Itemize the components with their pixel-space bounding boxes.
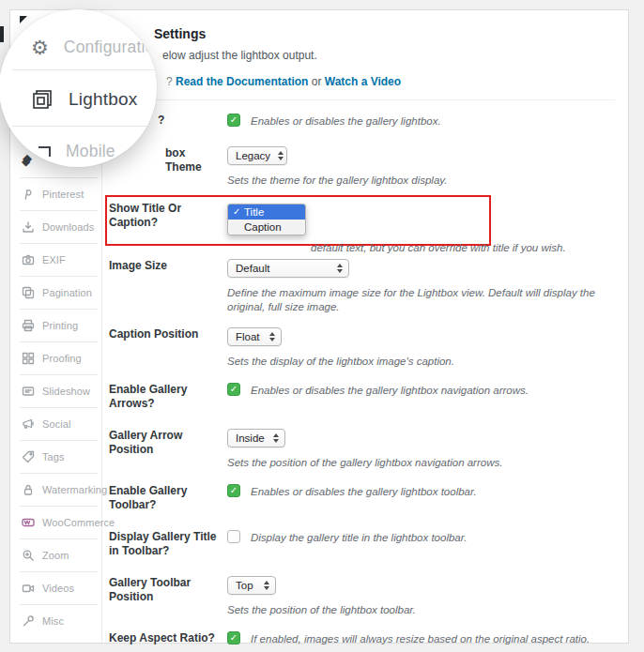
dropdown-option-label: Caption (244, 221, 282, 233)
sidebar-item-misc[interactable]: Misc (10, 604, 101, 637)
lightbox-theme-select[interactable]: Legacy (227, 146, 287, 165)
header-divider (109, 99, 615, 100)
setting-row-image-size: Image Size Default Define the maximum im… (109, 259, 615, 314)
or-text: or (312, 75, 322, 88)
gallery-arrow-position-select[interactable]: Inside (227, 429, 285, 447)
title-or-caption-open-dropdown: ✓ Title ✓ Caption (227, 204, 306, 235)
display-gallery-title-checkbox[interactable] (227, 530, 240, 543)
wrench-icon (22, 614, 35, 628)
corner-fragment (20, 16, 27, 23)
woocommerce-icon (22, 516, 35, 529)
setting-label: box Theme (109, 146, 227, 174)
page-title: Settings (154, 26, 615, 41)
setting-label: Gallery Arrow Position (109, 429, 227, 457)
sidebar-item-social[interactable]: Social (10, 407, 101, 440)
sidebar-item-label: Watermarking (42, 484, 107, 495)
select-stepper-icon (337, 264, 343, 273)
setting-label: Show Title Or Caption? (109, 202, 227, 230)
watch-video-link[interactable]: Watch a Video (325, 75, 401, 88)
sidebar-item-watermarking[interactable]: Watermarking (10, 473, 101, 506)
sidebar-item-printing[interactable]: Printing (10, 309, 101, 341)
dropdown-option-caption[interactable]: ✓ Caption (228, 220, 305, 235)
sidebar-item-label: EXIF (42, 254, 66, 265)
select-value: Inside (236, 432, 265, 444)
download-icon (22, 220, 35, 234)
image-size-select[interactable]: Default (227, 259, 349, 278)
sidebar-item-label: Misc (42, 615, 64, 627)
sidebar-item-slideshow[interactable]: Slideshow (10, 374, 101, 407)
select-stepper-icon (278, 151, 284, 160)
setting-label: Enable Gallery Arrows? (109, 383, 227, 411)
sidebar-item-pagination[interactable]: Pagination (10, 276, 101, 309)
sidebar-item-label: Pagination (42, 287, 92, 298)
setting-row-lightbox-theme: box Theme Legacy Sets the theme for the … (109, 146, 615, 188)
sidebar-item-exif[interactable]: EXIF (10, 243, 101, 276)
setting-row-gallery-arrow-position: Gallery Arrow Position Inside Sets the p… (109, 429, 615, 470)
enable-lightbox-checkbox[interactable]: ✓ (227, 114, 240, 127)
sidebar-item-proofing[interactable]: Proofing (10, 341, 101, 374)
setting-label: Keep Aspect Ratio? (109, 631, 227, 645)
mobile-icon (38, 146, 51, 157)
pinterest-icon (22, 188, 35, 201)
sidebar-item-videos[interactable]: Videos (10, 571, 101, 604)
sidebar-item-downloads[interactable]: Downloads (10, 210, 101, 243)
check-icon: ✓ (233, 206, 244, 217)
sidebar-item-zoom[interactable]: Zoom (10, 538, 101, 571)
magnified-tab-configuration[interactable]: ⚙ Configuration (0, 30, 157, 64)
admin-menu-fragment (0, 26, 4, 42)
setting-label: Display Gallery Title in Toolbar? (109, 530, 227, 558)
select-stepper-icon (269, 332, 275, 341)
caption-position-select[interactable]: Float (227, 327, 282, 346)
page-subtitle: elow adjust the lightbox output. (162, 48, 615, 64)
enable-gallery-toolbar-checkbox[interactable]: ✓ (227, 484, 240, 497)
gallery-toolbar-position-select[interactable]: Top (227, 576, 276, 595)
tag-icon (22, 450, 35, 463)
enable-gallery-arrows-checkbox[interactable]: ✓ (227, 383, 240, 396)
select-stepper-icon (273, 433, 279, 443)
grid-icon (22, 352, 35, 365)
gear-icon: ⚙ (31, 38, 49, 57)
sidebar-item-label: Printing (42, 320, 78, 331)
select-value: Legacy (236, 150, 270, 161)
select-value: Float (236, 331, 260, 342)
sidebar-item-tags[interactable]: Tags (10, 440, 101, 473)
setting-label: Caption Position (109, 327, 227, 341)
sidebar-item-label: Downloads (42, 221, 94, 233)
sidebar-item-label: Slideshow (42, 386, 90, 397)
setting-row-display-gallery-title: Display Gallery Title in Toolbar? Displa… (109, 530, 615, 558)
select-value: Top (236, 580, 253, 591)
zoom-icon (22, 549, 35, 562)
setting-description: default text, but you can override with … (311, 240, 615, 255)
sidebar-item-label: Zoom (42, 550, 69, 561)
settings-content: Settings elow adjust the lightbox output… (102, 10, 628, 643)
sidebar-item-pinterest[interactable]: Pinterest (10, 177, 101, 210)
read-documentation-link[interactable]: Read the Documentation (176, 75, 308, 88)
setting-description: Sets the display of the lightbox image's… (227, 354, 615, 369)
setting-label: Gallery Toolbar Position (109, 576, 227, 604)
setting-description: Sets the position of the lightbox toolba… (227, 602, 615, 617)
setting-row-enable-gallery-arrows: Enable Gallery Arrows? ✓ Enables or disa… (109, 383, 615, 411)
magnified-tab-label: Lightbox (69, 89, 137, 110)
sidebar-item-woocommerce[interactable]: WooCommerce (10, 506, 101, 538)
dropdown-option-title[interactable]: ✓ Title (228, 205, 305, 220)
setting-row-show-title-or-caption: Show Title Or Caption? ✓ Title ✓ Caption… (109, 202, 615, 255)
printer-icon (22, 319, 35, 332)
magnified-tab-lightbox[interactable]: Lightbox (0, 81, 157, 118)
sidebar-item-label: Social (42, 418, 71, 430)
setting-row-keep-aspect-ratio: Keep Aspect Ratio? ✓ If enabled, images … (109, 631, 615, 646)
keep-aspect-ratio-checkbox[interactable]: ✓ (227, 631, 240, 644)
setting-row-enable-lightbox: ? ✓ Enables or disables the gallery ligh… (109, 114, 615, 129)
setting-description: Enables or disables the gallery lightbox… (251, 484, 477, 499)
magnifier-separator (12, 69, 157, 70)
pages-icon (22, 286, 35, 299)
magnifier-circle: ⚙ Configuration Lightbox Mobile (0, 9, 157, 167)
setting-row-caption-position: Caption Position Float Sets the display … (109, 327, 615, 369)
setting-description: Display the gallery title in the lightbo… (251, 530, 467, 545)
lock-icon (22, 483, 35, 496)
setting-label: Image Size (109, 259, 227, 273)
setting-description: Enables or disables the gallery lightbox… (251, 114, 441, 129)
sidebar-item-label: Videos (42, 583, 74, 594)
dropdown-option-label: Title (244, 206, 264, 218)
sidebar-item-label: Tags (42, 451, 65, 462)
diamond-icon: ◆ (23, 152, 32, 164)
